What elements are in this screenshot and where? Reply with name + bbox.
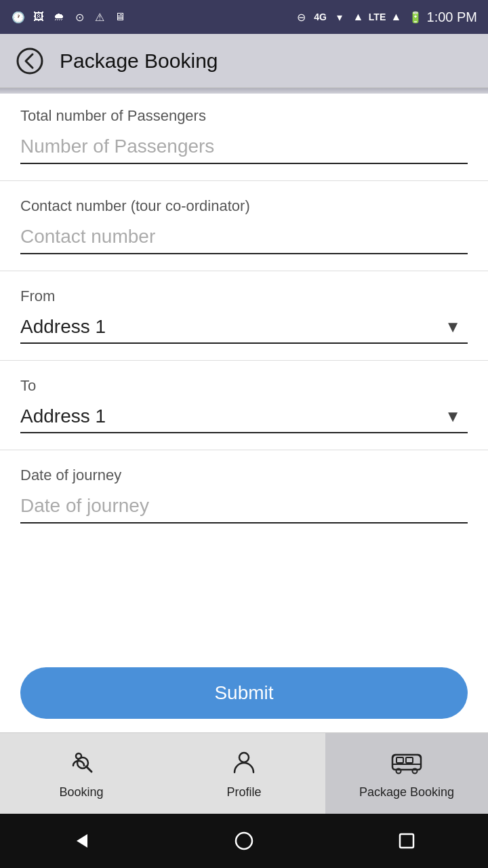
signal-4g-icon: 4G bbox=[313, 9, 328, 24]
weather-icon: 🌧 bbox=[52, 9, 66, 24]
from-select[interactable]: Address 1 Address 2 Address 3 bbox=[20, 311, 468, 342]
submit-button[interactable]: Submit bbox=[20, 667, 468, 719]
package-booking-label: Package Booking bbox=[359, 785, 454, 800]
lte-icon: LTE bbox=[370, 9, 385, 24]
system-recent-button[interactable] bbox=[386, 821, 427, 861]
to-select[interactable]: Address 1 Address 2 Address 3 bbox=[20, 400, 468, 432]
svg-rect-13 bbox=[400, 834, 413, 848]
submit-area: Submit bbox=[0, 660, 488, 732]
time-display: 1:00 PM bbox=[427, 9, 477, 25]
from-select-wrapper: Address 1 Address 2 Address 3 ▼ bbox=[20, 311, 468, 344]
image-icon: 🖼 bbox=[31, 9, 46, 24]
passengers-section: Total number of Passengers bbox=[20, 107, 468, 164]
svg-point-4 bbox=[239, 753, 249, 762]
date-label: Date of journey bbox=[20, 467, 468, 484]
back-button[interactable] bbox=[14, 45, 46, 77]
signal2-icon: ▲ bbox=[389, 9, 404, 24]
scroll-indicator bbox=[0, 88, 488, 94]
svg-rect-7 bbox=[406, 757, 413, 763]
status-bar: 🕐 🖼 🌧 ⊙ ⚠ 🖥 ⊖ 4G ▾ ▲ LTE ▲ 🔋 1:00 PM bbox=[0, 0, 488, 34]
booking-icon bbox=[68, 748, 95, 781]
main-content: Total number of Passengers Contact numbe… bbox=[0, 94, 488, 660]
wifi-icon: ▾ bbox=[332, 9, 347, 24]
monitor-icon: 🖥 bbox=[113, 9, 127, 24]
to-select-wrapper: Address 1 Address 2 Address 3 ▼ bbox=[20, 400, 468, 433]
system-home-button[interactable] bbox=[224, 821, 264, 861]
nav-item-booking[interactable]: Booking bbox=[0, 733, 163, 814]
to-section: To Address 1 Address 2 Address 3 ▼ bbox=[20, 377, 468, 433]
signal-icon: ▲ bbox=[351, 9, 366, 24]
page-title: Package Booking bbox=[60, 50, 218, 73]
to-label: To bbox=[20, 377, 468, 395]
system-nav-bar bbox=[0, 814, 488, 868]
battery-icon: 🔋 bbox=[408, 9, 423, 24]
booking-label: Booking bbox=[59, 785, 103, 800]
app-bar: Package Booking bbox=[0, 34, 488, 88]
from-label: From bbox=[20, 288, 468, 305]
date-section: Date of journey bbox=[20, 467, 468, 524]
contact-section: Contact number (tour co-ordinator) bbox=[20, 197, 468, 254]
status-icons-right: ⊖ 4G ▾ ▲ LTE ▲ 🔋 1:00 PM bbox=[294, 9, 477, 25]
nav-item-profile[interactable]: Profile bbox=[163, 733, 325, 814]
profile-icon bbox=[230, 748, 258, 781]
no-entry-icon: ⊖ bbox=[294, 9, 309, 24]
warning-icon: ⚠ bbox=[92, 9, 107, 24]
contact-input[interactable] bbox=[20, 220, 468, 254]
system-back-button[interactable] bbox=[61, 821, 102, 861]
profile-label: Profile bbox=[226, 785, 261, 800]
clock-icon: 🕐 bbox=[11, 9, 26, 24]
passengers-label: Total number of Passengers bbox=[20, 107, 468, 125]
svg-marker-11 bbox=[77, 834, 87, 848]
divider-4 bbox=[0, 450, 488, 450]
svg-point-0 bbox=[18, 49, 42, 73]
from-section: From Address 1 Address 2 Address 3 ▼ bbox=[20, 288, 468, 344]
contact-label: Contact number (tour co-ordinator) bbox=[20, 197, 468, 215]
status-icons-left: 🕐 🖼 🌧 ⊙ ⚠ 🖥 bbox=[11, 9, 127, 24]
svg-point-12 bbox=[236, 833, 252, 849]
date-input[interactable] bbox=[20, 490, 468, 524]
divider-2 bbox=[0, 271, 488, 271]
divider-1 bbox=[0, 180, 488, 181]
bottom-nav: Booking Profile Package Booking bbox=[0, 732, 488, 814]
passengers-input[interactable] bbox=[20, 130, 468, 164]
package-booking-icon bbox=[391, 748, 422, 781]
nav-item-package-booking[interactable]: Package Booking bbox=[325, 733, 488, 814]
svg-rect-6 bbox=[396, 757, 403, 763]
divider-3 bbox=[0, 360, 488, 361]
circle-icon: ⊙ bbox=[72, 9, 87, 24]
